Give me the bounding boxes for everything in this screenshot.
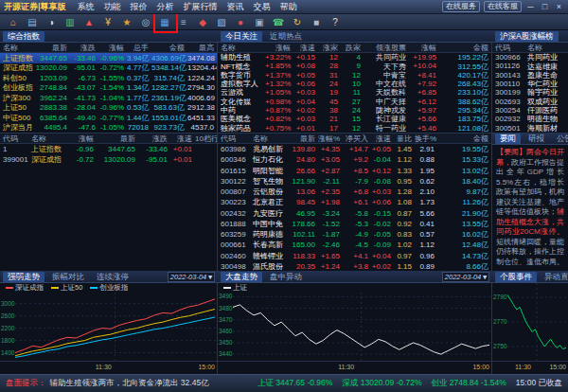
tab-0[interactable]: 综合指数 bbox=[3, 31, 44, 42]
table-row[interactable]: 002460赣锋锂业118.33+1.65+4.1+0.040.970.9614… bbox=[218, 251, 491, 261]
tab-1[interactable]: 振幅对比 bbox=[47, 272, 89, 282]
tab-0[interactable]: 强弱走势 bbox=[3, 272, 44, 282]
column-header[interactable]: 净买入 bbox=[343, 134, 371, 144]
mid-date-select[interactable]: 2022-03-04▾ bbox=[442, 272, 489, 282]
column-header[interactable]: 名称 bbox=[524, 43, 566, 53]
help-icon[interactable]: ? bbox=[326, 15, 345, 29]
tab-0[interactable]: 今日关注 bbox=[221, 31, 262, 42]
lock-icon[interactable]: ■ bbox=[307, 15, 326, 29]
trade-icon[interactable]: ● bbox=[231, 15, 250, 29]
tab-1[interactable]: 研报 bbox=[524, 134, 549, 144]
tab-6[interactable]: 交易 bbox=[250, 1, 275, 12]
online-service-link[interactable]: 在线服务 bbox=[442, 1, 480, 12]
column-header[interactable]: 最新 bbox=[97, 134, 138, 144]
monitor-icon[interactable]: ◎ bbox=[136, 15, 155, 29]
column-header[interactable]: 名称 bbox=[28, 134, 70, 144]
table-row[interactable]: 603259药明康德102.11-1.87-4.9-0.050.830.5716… bbox=[218, 229, 491, 240]
column-header[interactable]: 涨幅 bbox=[70, 134, 97, 144]
maximize-icon[interactable]: □ bbox=[540, 2, 550, 12]
column-header[interactable]: 领涨股票 bbox=[364, 43, 409, 53]
column-header[interactable]: 代码 bbox=[492, 43, 524, 53]
table-row[interactable]: 002432九安医疗46.95-3.24-5.8-0.150.875.6621.… bbox=[218, 208, 491, 219]
table-row[interactable]: 399001深证成指-0.7213020.09-95.01+0.01 bbox=[0, 154, 217, 165]
left-date-select[interactable]: 2022-03-04▾ bbox=[168, 272, 215, 282]
column-header[interactable]: 总手 bbox=[127, 43, 151, 53]
column-header[interactable]: 金额 bbox=[151, 43, 187, 53]
close-icon[interactable]: × bbox=[554, 2, 564, 12]
column-header[interactable]: 最新 bbox=[290, 134, 318, 144]
column-header[interactable]: 换手% bbox=[415, 134, 437, 144]
table-row[interactable]: 000661长春高新165.00-2.46-4.5-0.091.021.1212… bbox=[218, 240, 491, 250]
tab-1[interactable]: 近期热点 bbox=[265, 31, 307, 42]
tab-2[interactable]: 公告 bbox=[552, 134, 568, 144]
column-header[interactable]: 代码 bbox=[0, 134, 28, 144]
table-row[interactable]: 603986兆易创新139.80+4.35+14.7+0.051.452.911… bbox=[218, 144, 491, 154]
tab-5[interactable]: 资讯 bbox=[223, 1, 248, 12]
favorites-icon[interactable]: ★ bbox=[117, 15, 136, 29]
news-icon[interactable]: ▧ bbox=[212, 15, 231, 29]
index-intraday-chart[interactable]: 349034803470346034503440 bbox=[218, 293, 491, 361]
column-header[interactable]: 涨速 bbox=[293, 43, 318, 53]
online-support-link[interactable]: 在线客服 bbox=[484, 1, 522, 12]
table-row[interactable]: 601888中国中免178.66-1.52-5.3-0.020.920.4113… bbox=[218, 219, 491, 229]
phone-icon[interactable]: ☎ bbox=[269, 15, 288, 29]
column-header[interactable]: 量比 bbox=[394, 134, 415, 144]
table-row[interactable]: 上证指数3447.65-33.46-0.96%3.94亿4306.69亿3474… bbox=[0, 53, 217, 63]
column-header[interactable]: 涨跌 bbox=[70, 43, 98, 53]
column-header[interactable]: 涨跌 bbox=[138, 134, 170, 144]
quote-icon[interactable]: ▤ bbox=[23, 15, 42, 29]
tab-2[interactable]: 连续涨停 bbox=[92, 272, 133, 282]
column-header[interactable]: 代码 bbox=[218, 134, 250, 144]
tab-1[interactable]: 盘中异动 bbox=[265, 272, 307, 282]
column-header[interactable]: 金额 bbox=[439, 43, 491, 53]
table-row[interactable]: 300498温氏股份20.35+1.24+3.8+0.021.150.898.6… bbox=[218, 261, 491, 271]
tab-4[interactable]: 扩展行情 bbox=[180, 1, 222, 12]
tab-0[interactable]: 系统 bbox=[74, 1, 98, 12]
table-row[interactable]: 深证成指13020.09-95.01-0.72%4.77亿5348.14亿132… bbox=[0, 63, 217, 74]
table-row[interactable]: 中证5006385.64-49.40-0.77%1.44亿1553.01亿645… bbox=[0, 113, 217, 123]
tab-1[interactable]: 功能 bbox=[100, 1, 125, 12]
column-header[interactable]: 涨速 bbox=[170, 134, 195, 144]
tab-3[interactable]: 分析 bbox=[153, 1, 178, 12]
column-header[interactable]: 涨幅 bbox=[409, 43, 439, 53]
column-header[interactable]: 涨幅% bbox=[318, 134, 343, 144]
home-icon[interactable]: ⌂ bbox=[4, 15, 23, 29]
column-header[interactable]: 最新 bbox=[34, 43, 70, 53]
column-header[interactable]: 最高 bbox=[187, 43, 217, 53]
table-row[interactable]: 创业板指2748.84-43.07-1.54%1.34亿1282.27亿2794… bbox=[0, 83, 217, 94]
refresh-icon[interactable]: ↻ bbox=[288, 15, 307, 29]
table-row[interactable]: 独家药品+0.75%+0.011712特一药业+5.46121.08亿 bbox=[218, 124, 491, 133]
column-header[interactable]: 金额 bbox=[437, 134, 491, 144]
table-row[interactable]: 601615明阳智能26.66+2.87+8.5+0.121.331.9513.… bbox=[218, 166, 491, 176]
table-row[interactable]: 1上证指数-0.963447.65-33.46+0.01 bbox=[0, 144, 217, 154]
trend-icon[interactable]: ◑ bbox=[42, 15, 61, 29]
column-header[interactable]: 跌家 bbox=[341, 43, 364, 53]
table-row[interactable]: 300122智飞生物121.90-2.11-7.9-0.080.950.6218… bbox=[218, 176, 491, 187]
strength-chart[interactable]: 30002600220018001400 bbox=[0, 293, 217, 361]
table-row[interactable]: 沪深当月4495.4-47.6-1.05%72018923.73亿4537.0 bbox=[0, 123, 217, 134]
sector-grid-icon[interactable]: ▦ bbox=[155, 15, 174, 29]
minimize-icon[interactable]: ─ bbox=[525, 2, 536, 12]
table-row[interactable]: 300223北京君正98.45+1.98+6.1+0.061.081.7311.… bbox=[218, 197, 491, 207]
tab-0[interactable]: 大盘走势 bbox=[221, 272, 262, 282]
table-row[interactable]: 000807云铝股份13.06+2.35+6.8+0.031.282.109.8… bbox=[218, 187, 491, 197]
mini-chart[interactable]: 279027702750 bbox=[492, 283, 568, 361]
column-header[interactable]: 涨幅 bbox=[265, 43, 293, 53]
updown-icon[interactable]: ▲ bbox=[80, 15, 98, 29]
alert-icon[interactable]: ◆ bbox=[193, 15, 212, 29]
column-header[interactable]: 涨速 bbox=[371, 134, 394, 144]
column-header[interactable]: 涨幅 bbox=[98, 43, 127, 53]
tab-2[interactable]: 报价 bbox=[127, 1, 151, 12]
table-row[interactable]: 600346恒力石化24.80+3.05+9.2-0.041.120.8815.… bbox=[218, 154, 491, 165]
table-row[interactable]: 沪深3003962.24-41.73-1.04%1.77亿2361.19亿400… bbox=[0, 93, 217, 103]
calc-icon[interactable]: ▣ bbox=[250, 15, 269, 29]
column-header[interactable]: 名称 bbox=[0, 43, 34, 53]
table-row[interactable]: 科创501203.09-6.73-1.55%0.37亿315.74亿1224.2… bbox=[0, 73, 217, 83]
tab-1[interactable]: 异动直播 bbox=[540, 272, 568, 282]
tab-0[interactable]: 沪深A股涨幅榜 bbox=[495, 31, 559, 42]
column-header[interactable]: 涨家 bbox=[318, 43, 341, 53]
funds-icon[interactable]: ¥ bbox=[98, 15, 117, 29]
column-header[interactable]: 10档行情 bbox=[195, 134, 217, 144]
column-header[interactable]: 名称 bbox=[250, 134, 290, 144]
table-row[interactable]: 上证502883.38-28.04-0.96%0.53亿583.63亿2912.… bbox=[0, 103, 217, 114]
